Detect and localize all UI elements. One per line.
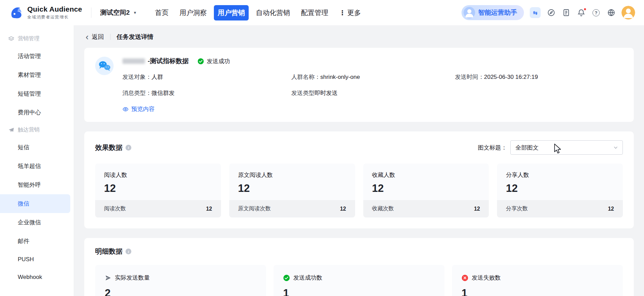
workspace-name: 测试空间2	[100, 8, 130, 17]
redacted-text	[122, 58, 145, 64]
sidebar-item-push[interactable]: PUSH	[0, 251, 74, 268]
app-subtitle: 全域消费者运营增长	[27, 14, 82, 20]
preview-label: 预览内容	[131, 105, 155, 113]
send-icon	[105, 274, 112, 281]
sidebar-item-smart-outbound-call[interactable]: 智能外呼	[0, 175, 74, 194]
main-nav: 首页 用户洞察 用户营销 自动化营销 配置管理 ⋮ 更多	[151, 5, 365, 20]
section-title-label: 触达营销	[18, 126, 40, 133]
nav-more[interactable]: ⋮ 更多	[335, 5, 365, 20]
user-avatar[interactable]	[621, 6, 635, 19]
field-send-target: 发送对象： 人群	[122, 73, 291, 81]
sidebar-item-email[interactable]: 邮件	[0, 232, 74, 251]
stat-sub-value: 12	[340, 206, 346, 212]
help-icon[interactable]: ?	[591, 8, 601, 17]
sidebar-section-marketing: 营销管理 活动管理 素材管理 短链管理 费用中心	[0, 31, 74, 122]
nav-automation-marketing[interactable]: 自动化营销	[252, 5, 294, 20]
header-divider	[91, 8, 91, 18]
info-glyph: i	[128, 250, 129, 254]
status-label: 发送成功	[207, 57, 230, 65]
more-icon: ⋮	[339, 9, 346, 17]
article-filter: 图文标题： 全部图文	[478, 140, 623, 155]
assistant-button[interactable]: 智能运营助手	[462, 5, 524, 20]
stat-label: 阅读人数	[104, 171, 212, 179]
wechat-icon	[95, 57, 114, 113]
sidebar-item-lingyang-message[interactable]: 瓴羊超信	[0, 157, 74, 175]
effect-stats-row: 阅读人数 12 阅读次数 12 原文阅读人数 12 原文阅读次数 12	[95, 164, 623, 217]
sidebar-item-sms[interactable]: 短信	[0, 138, 74, 157]
success-icon	[283, 274, 290, 281]
detail-stat-send-success: 发送成功数 1	[274, 265, 444, 296]
stat-sub-row: 原文阅读次数 12	[229, 200, 355, 217]
field-value: 即时发送	[314, 89, 338, 97]
detail-card-header: 明细数据 i	[95, 247, 623, 256]
filter-label: 图文标题：	[478, 144, 507, 152]
assistant-label: 智能运营助手	[478, 8, 517, 17]
nav-user-insight[interactable]: 用户洞察	[176, 5, 210, 20]
nav-more-label: 更多	[347, 8, 361, 17]
field-label: 消息类型：	[122, 89, 151, 97]
field-value: 2025-06-30 16:27:19	[484, 74, 538, 81]
app-logo[interactable]: Quick Audience 全域消费者运营增长	[9, 5, 82, 20]
page-title: 任务发送详情	[117, 33, 153, 41]
sidebar: 营销管理 活动管理 素材管理 短链管理 费用中心 触达营销 短信 瓴羊超信 智能…	[0, 25, 74, 296]
document-icon[interactable]	[561, 8, 571, 17]
compass-icon[interactable]	[546, 8, 556, 17]
sidebar-item-enterprise-wechat[interactable]: 企业微信	[0, 213, 74, 232]
field-value: 微信群发	[151, 89, 175, 97]
stat-sub-label: 收藏次数	[372, 205, 394, 212]
stat-value: 12	[104, 182, 212, 195]
nav-config-management[interactable]: 配置管理	[297, 5, 332, 20]
field-label: 发送对象：	[122, 73, 151, 81]
sidebar-item-webhook[interactable]: Webhook	[0, 268, 74, 286]
eye-icon	[122, 106, 129, 112]
back-button[interactable]: ‹ 返回	[86, 33, 104, 41]
field-value: 人群	[151, 73, 163, 81]
task-summary-card: -测试指标数据 发送成功 发送对象： 人群 人群名称： shrink-only-…	[84, 48, 634, 122]
stat-label: 原文阅读人数	[238, 171, 346, 179]
sidebar-item-activity-management[interactable]: 活动管理	[0, 47, 74, 66]
header-actions: 智能运营助手 ⇆ ?	[462, 5, 635, 20]
globe-icon[interactable]	[606, 8, 616, 17]
detail-stat-header: 实际发送数量	[105, 274, 257, 282]
workspace-selector[interactable]: 测试空间2 ▼	[100, 8, 137, 17]
field-crowd-name: 人群名称： shrink-only-one	[291, 73, 455, 81]
info-icon[interactable]: i	[126, 145, 131, 151]
layers-icon	[8, 36, 14, 42]
stat-value: 12	[506, 182, 614, 195]
article-title-select[interactable]: 全部图文	[510, 140, 623, 155]
stat-sub-label: 原文阅读次数	[238, 205, 271, 212]
sidebar-item-material-management[interactable]: 素材管理	[0, 66, 74, 84]
preview-content-link[interactable]: 预览内容	[122, 105, 155, 113]
stat-label: 分享人数	[506, 171, 614, 179]
select-value: 全部图文	[515, 144, 613, 152]
sidebar-item-cost-center[interactable]: 费用中心	[0, 103, 74, 122]
effect-title: 效果数据	[95, 143, 122, 152]
sidebar-section-reach: 触达营销 短信 瓴羊超信 智能外呼 微信 企业微信 邮件 PUSH Webhoo…	[0, 122, 74, 286]
sidebar-item-shortlink-management[interactable]: 短链管理	[0, 84, 74, 103]
field-empty	[455, 89, 623, 97]
switch-icon[interactable]: ⇆	[530, 7, 541, 18]
section-title-label: 营销管理	[18, 35, 40, 42]
error-icon	[462, 274, 468, 281]
paper-plane-icon	[8, 127, 14, 133]
detail-stat-value: 1	[462, 287, 613, 296]
nav-user-marketing[interactable]: 用户营销	[214, 5, 249, 20]
detail-stat-value: 2	[105, 287, 257, 296]
app-logo-icon	[9, 5, 24, 20]
top-header: Quick Audience 全域消费者运营增长 测试空间2 ▼ 首页 用户洞察…	[0, 0, 644, 25]
task-fields: 发送对象： 人群 人群名称： shrink-only-one 发送时间： 202…	[122, 73, 623, 97]
question-glyph: ?	[592, 9, 600, 16]
detail-stat-actual-sent: 实际发送数量 2	[95, 265, 266, 296]
main-content: ‹ 返回 任务发送详情 -测试指标数据	[74, 25, 644, 296]
detail-title: 明细数据	[95, 247, 122, 256]
sidebar-item-wechat[interactable]: 微信	[0, 194, 70, 213]
field-send-type: 发送类型 即时发送	[291, 89, 455, 97]
info-icon[interactable]: i	[126, 249, 131, 254]
bell-icon[interactable]	[576, 8, 586, 17]
nav-home[interactable]: 首页	[151, 5, 172, 20]
field-label: 人群名称：	[291, 73, 320, 81]
stat-top: 分享人数 12	[497, 164, 623, 200]
stat-card-favorite-users: 收藏人数 12 收藏次数 12	[363, 164, 489, 217]
detail-stat-header: 发送失败数	[462, 274, 613, 282]
detail-stat-label: 发送成功数	[293, 274, 322, 282]
